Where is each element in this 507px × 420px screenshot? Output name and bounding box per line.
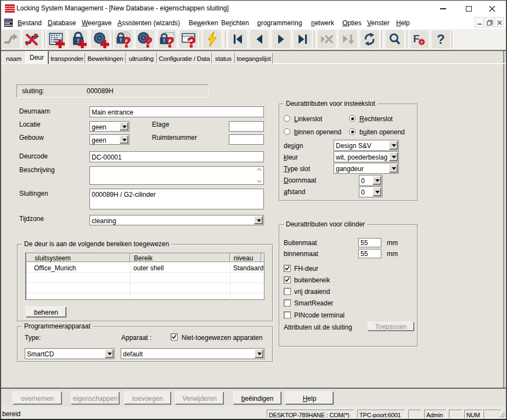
svg-text:?: ?: [166, 34, 174, 48]
svg-text:?: ?: [187, 34, 196, 48]
svg-text:?: ?: [144, 34, 153, 48]
svg-text:?: ?: [437, 32, 445, 47]
svg-text:?: ?: [122, 34, 131, 48]
svg-text:F: F: [413, 33, 420, 44]
